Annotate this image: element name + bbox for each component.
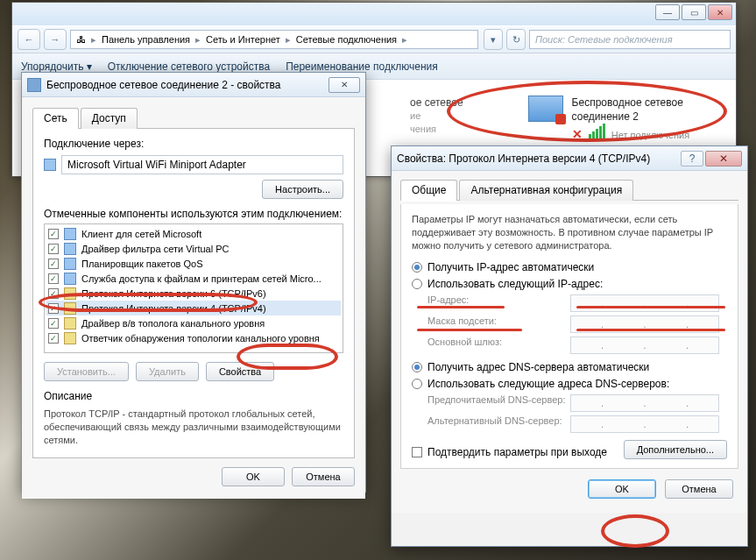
checkbox-icon[interactable] <box>412 447 422 457</box>
breadcrumb[interactable]: 🖧 ▸ Панель управления ▸ Сеть и Интернет … <box>70 30 478 49</box>
wifi-signal-icon <box>589 124 605 138</box>
search-placeholder: Поиск: Сетевые подключения <box>535 34 673 45</box>
component-label: Ответчик обнаружения топологии канальног… <box>81 333 320 344</box>
radio-label: Использовать следующий IP-адрес: <box>427 278 603 290</box>
checkbox[interactable] <box>48 273 59 284</box>
forward-button[interactable]: → <box>44 29 67 50</box>
radio-icon[interactable] <box>412 279 422 289</box>
network-adapter-icon <box>528 96 563 122</box>
checkbox[interactable] <box>48 288 59 299</box>
help-button[interactable]: ? <box>681 151 703 167</box>
refresh-button[interactable]: ↻ <box>506 29 526 50</box>
component-row-ipv4[interactable]: Протокол Интернета версии 4 (TCP/IPv4) <box>46 301 341 315</box>
component-row[interactable]: Драйвер фильтра сети Virtual PC <box>46 241 341 256</box>
minimize-button[interactable]: — <box>655 4 680 20</box>
tab-general[interactable]: Общие <box>400 180 457 201</box>
description-label: Описание <box>44 390 343 402</box>
close-button[interactable]: ✕ <box>708 4 732 20</box>
close-button[interactable]: ✕ <box>329 77 360 93</box>
ok-button[interactable]: OK <box>222 467 285 486</box>
adapter-name-field: Microsoft Virtual WiFi Miniport Adapter <box>61 155 343 174</box>
checkbox[interactable] <box>48 259 59 269</box>
tab-alt[interactable]: Альтернативная конфигурация <box>459 180 633 201</box>
component-row[interactable]: Служба доступа к файлам и принтерам сете… <box>46 271 341 286</box>
subnet-mask-field: ... <box>570 315 719 333</box>
breadcrumb-sep-icon: ▸ <box>91 34 96 46</box>
radio-icon[interactable] <box>412 379 422 389</box>
adapter-icon <box>27 78 41 92</box>
description-text: Протокол TCP/IP - стандартный протокол г… <box>44 408 343 447</box>
component-row[interactable]: Планировщик пакетов QoS <box>46 256 341 271</box>
gateway-label: Основной шлюз: <box>427 337 568 347</box>
connection-title: ое сетевое <box>410 96 463 110</box>
ok-button[interactable]: OK <box>588 479 656 499</box>
connection-title: Беспроводное сетевое <box>572 96 690 110</box>
radio-icon[interactable] <box>412 262 422 273</box>
configure-button[interactable]: Настроить... <box>262 180 343 199</box>
checkbox[interactable] <box>48 303 59 314</box>
components-list[interactable]: Клиент для сетей Microsoft Драйвер фильт… <box>44 223 343 353</box>
checkbox[interactable] <box>48 333 59 344</box>
dropdown-history-button[interactable]: ▾ <box>484 29 503 50</box>
mask-label: Маска подсети: <box>427 315 568 326</box>
component-label: Служба доступа к файлам и принтерам сете… <box>81 273 321 284</box>
component-row[interactable]: Ответчик обнаружения топологии канальног… <box>46 330 341 345</box>
connection-status-text: Нет подключения <box>611 130 689 140</box>
disable-device-command[interactable]: Отключение сетевого устройства <box>108 60 270 73</box>
dialog-title: Свойства: Протокол Интернета версии 4 (T… <box>397 152 650 165</box>
navigation-bar: ← → 🖧 ▸ Панель управления ▸ Сеть и Интер… <box>12 25 736 53</box>
ipv4-note: Параметры IP могут назначаться автоматич… <box>412 213 727 252</box>
radio-manual-ip[interactable]: Использовать следующий IP-адрес: <box>412 278 727 290</box>
cancel-button[interactable]: Отмена <box>665 479 733 499</box>
component-label: Драйвер фильтра сети Virtual PC <box>81 244 229 254</box>
radio-label: Получить адрес DNS-сервера автоматически <box>427 361 649 373</box>
component-label: Драйвер в/в тополога канального уровня <box>81 318 265 329</box>
component-row[interactable]: Драйвер в/в тополога канального уровня <box>46 315 341 330</box>
breadcrumb-seg[interactable]: Сеть и Интернет <box>206 34 280 45</box>
dialog-title: Беспроводное сетевое соединение 2 - свой… <box>46 79 281 91</box>
radio-auto-ip[interactable]: Получить IP-адрес автоматически <box>412 261 727 273</box>
error-x-icon: ✕ <box>572 126 584 138</box>
tab-access[interactable]: Доступ <box>81 108 138 129</box>
validate-on-exit-checkbox[interactable]: Подтвердить параметры при выходе <box>412 446 624 458</box>
breadcrumb-sep-icon: ▸ <box>195 34 201 46</box>
component-label: Планировщик пакетов QoS <box>81 259 203 269</box>
close-button[interactable]: ✕ <box>705 151 742 167</box>
connection-item-partial[interactable]: ое сетевое ие чения <box>406 90 472 147</box>
checkbox[interactable] <box>48 318 59 329</box>
back-button[interactable]: ← <box>18 29 40 50</box>
alt-dns-field: ... <box>570 415 719 433</box>
radio-auto-dns[interactable]: Получить адрес DNS-сервера автоматически <box>412 361 727 373</box>
connection-sub: ие <box>410 110 463 123</box>
properties-button[interactable]: Свойства <box>206 362 274 381</box>
component-row[interactable]: Клиент для сетей Microsoft <box>46 226 341 241</box>
tabstrip: Сеть Доступ <box>32 108 355 129</box>
cancel-button[interactable]: Отмена <box>292 467 355 486</box>
component-row[interactable]: Протокол Интернета версии 6 (TCP/IPv6) <box>46 286 341 301</box>
install-button[interactable]: Установить... <box>44 362 129 381</box>
dialog-titlebar: Беспроводное сетевое соединение 2 - свой… <box>22 73 365 97</box>
breadcrumb-seg[interactable]: Панель управления <box>102 34 190 45</box>
breadcrumb-sep-icon: ▸ <box>286 34 291 46</box>
checkbox[interactable] <box>48 244 59 254</box>
connection-title: соединение 2 <box>572 110 690 124</box>
tabstrip: Общие Альтернативная конфигурация <box>400 180 738 201</box>
ip-address-field: ... <box>570 294 719 312</box>
breadcrumb-seg[interactable]: Сетевые подключения <box>296 34 397 45</box>
adapter-name-text: Microsoft Virtual WiFi Miniport Adapter <box>67 159 246 171</box>
advanced-button[interactable]: Дополнительно... <box>624 440 727 459</box>
radio-icon[interactable] <box>412 362 422 372</box>
organize-menu[interactable]: Упорядочить ▾ <box>21 60 92 73</box>
rename-connection-command[interactable]: Переименование подключения <box>286 60 438 73</box>
connect-via-label: Подключение через: <box>44 138 343 150</box>
tab-network[interactable]: Сеть <box>32 108 79 129</box>
adapter-icon <box>44 159 56 171</box>
uninstall-button[interactable]: Удалить <box>136 362 199 381</box>
radio-manual-dns[interactable]: Использовать следующие адреса DNS-сервер… <box>412 378 727 390</box>
search-input[interactable]: Поиск: Сетевые подключения <box>529 30 731 49</box>
component-label: Протокол Интернета версии 4 (TCP/IPv4) <box>81 303 266 314</box>
radio-label: Использовать следующие адреса DNS-сервер… <box>427 378 669 390</box>
connection-item-wireless2[interactable]: Беспроводное сетевое соединение 2 ✕ Нет … <box>525 90 699 147</box>
maximize-button[interactable]: ▭ <box>682 4 706 20</box>
checkbox[interactable] <box>48 229 59 239</box>
